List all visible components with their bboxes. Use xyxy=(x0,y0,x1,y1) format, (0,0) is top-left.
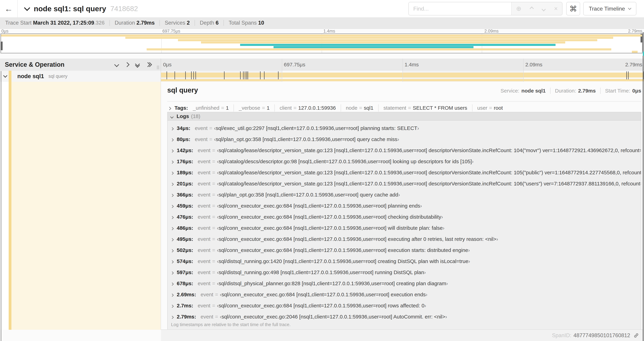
log-row[interactable]: 2.7ms:event=‹sql/conn_executor_exec.go:6… xyxy=(168,300,641,311)
equals-sign: = xyxy=(212,170,215,176)
log-timestamp: 2.69ms: xyxy=(177,292,196,297)
log-key: event xyxy=(198,214,210,220)
service-operation-header: Service & Operation xyxy=(0,59,161,71)
minimap-left-handle[interactable] xyxy=(1,42,2,50)
collapse-all-icon[interactable] xyxy=(136,62,139,67)
log-key: event xyxy=(198,280,210,286)
open-angle-quote: ‹ xyxy=(217,203,219,209)
log-row[interactable]: 34μs:event=‹sql/exec_util.go:2297 [nsql1… xyxy=(168,123,641,134)
equals-sign: = xyxy=(212,225,215,231)
ruler-tick-label: 2.79ms xyxy=(628,29,642,34)
prev-match-button[interactable] xyxy=(530,8,533,10)
minimap-canvas[interactable] xyxy=(0,34,642,53)
log-row[interactable]: 597μs:event=‹sql/distsql_running.go:498 … xyxy=(168,267,641,278)
open-angle-quote: ‹ xyxy=(217,280,219,286)
log-value-text: sql/distsql_physical_planner.go:828 [nsq… xyxy=(219,280,446,286)
expand-all-icon[interactable] xyxy=(146,63,151,66)
tag-item: node=sql1 xyxy=(346,105,374,111)
expand-one-icon[interactable] xyxy=(125,63,129,66)
span-bar-cell[interactable] xyxy=(161,71,644,82)
log-row[interactable]: 142μs:event=‹sql/catalog/lease/descripto… xyxy=(168,145,641,156)
log-row[interactable]: 2.79ms:event=‹sql/conn_executor_exec.go:… xyxy=(168,311,641,322)
log-expander-icon xyxy=(171,125,173,131)
timeline-ruler: 0μs697.75μs1.4ms2.09ms2.79ms xyxy=(161,59,644,71)
log-value: ‹sql/catalog/lease/descriptor_version_st… xyxy=(217,181,641,187)
tag-value: sql1 xyxy=(364,105,374,111)
minimap-span xyxy=(147,48,612,51)
summary-label: Start Time: xyxy=(605,88,630,94)
log-row[interactable]: 476μs:event=‹sql/conn_executor_exec.go:6… xyxy=(168,211,641,222)
span-expander[interactable] xyxy=(4,75,7,78)
deep-link-icon[interactable] xyxy=(633,332,639,338)
log-marker-tick xyxy=(166,71,167,79)
find-box: ⊕ × xyxy=(408,2,562,16)
span-detail-left-gutter xyxy=(0,82,161,330)
back-button[interactable]: ← xyxy=(0,0,18,17)
divider xyxy=(160,20,160,26)
log-row[interactable]: 176μs:event=‹sql/catalog/descs/descripto… xyxy=(168,156,641,167)
log-row[interactable]: 2.69ms:event=‹sql/conn_executor_exec.go:… xyxy=(168,289,641,300)
log-row[interactable]: 486μs:event=‹sql/conn_executor_exec.go:6… xyxy=(168,222,641,234)
log-timestamp: 2.7ms: xyxy=(177,303,193,308)
next-match-button[interactable] xyxy=(542,7,545,11)
log-row[interactable]: 678μs:event=‹sql/distsql_physical_planne… xyxy=(168,278,641,289)
tags-row[interactable]: Tags:_unfinished=1_verbose=1client=127.0… xyxy=(167,104,641,112)
clear-search-button[interactable]: × xyxy=(554,6,558,12)
log-key: event xyxy=(198,247,210,253)
close-angle-quote: › xyxy=(398,192,400,198)
tag-item: client=127.0.0.1:59936 xyxy=(280,105,336,111)
log-key: event xyxy=(195,136,208,142)
chevron-down-icon xyxy=(3,74,7,78)
log-row[interactable]: 574μs:event=‹sql/distsql_running.go:1420… xyxy=(168,256,641,267)
log-timestamp: 502μs: xyxy=(177,247,193,253)
divider xyxy=(550,88,550,94)
log-value: ‹sql/exec_util.go:2297 [nsql1,client=127… xyxy=(214,125,419,131)
ruler-tick-label: 2.09ms xyxy=(526,59,542,71)
log-marker-tick xyxy=(193,71,194,79)
log-row[interactable]: 502μs:event=‹sql/conn_executor_exec.go:6… xyxy=(168,245,641,256)
grid-line xyxy=(282,59,282,71)
log-row[interactable]: 495μs:event=‹sql/conn_executor_exec.go:6… xyxy=(168,234,641,245)
log-value-text: sql/catalog/descs/descriptor.go:98 [nsql… xyxy=(219,159,472,164)
log-row[interactable]: 80μs:event=‹sql/plan_opt.go:358 [nsql1,c… xyxy=(168,134,641,145)
log-key: event xyxy=(198,236,210,242)
keyboard-shortcuts-button[interactable]: ⌘ xyxy=(566,2,580,16)
log-expander-icon xyxy=(171,170,173,176)
locate-icon[interactable]: ⊕ xyxy=(516,6,521,12)
log-marker-tick xyxy=(196,71,196,79)
view-dropdown-label: Trace Timeline xyxy=(589,6,625,12)
log-expander-icon xyxy=(171,292,173,297)
log-timestamp: 366μs: xyxy=(177,192,193,198)
span-id-strip: SpanID: 4877749850101760812 xyxy=(161,329,642,341)
span-detail-highlight xyxy=(12,82,161,330)
open-angle-quote: ‹ xyxy=(217,214,219,220)
divider xyxy=(224,20,224,26)
log-marker-tick xyxy=(628,71,628,79)
log-row[interactable]: 366μs:event=‹sql/plan_opt.go:358 [nsql1,… xyxy=(168,189,641,200)
log-value-text: sql/conn_executor_exec.go:684 [nsql1,cli… xyxy=(219,225,443,231)
span-detail-operation: sql query xyxy=(167,86,198,94)
span-row[interactable]: node sql1 sql query xyxy=(0,71,644,82)
log-row[interactable]: 189μs:event=‹sql/catalog/lease/descripto… xyxy=(168,167,641,178)
find-input[interactable] xyxy=(409,2,511,15)
trace-title-collapse-toggle[interactable] xyxy=(25,6,29,11)
log-row[interactable]: 201μs:event=‹sql/catalog/lease/descripto… xyxy=(168,178,641,189)
equals-sign: = xyxy=(215,292,218,297)
right-scroll-edge[interactable] xyxy=(643,32,644,341)
column-resize-grip[interactable] xyxy=(157,66,159,69)
logs-header[interactable]: Logs (18) xyxy=(168,112,641,121)
open-angle-quote: ‹ xyxy=(217,303,219,308)
log-key: event xyxy=(198,258,210,264)
collapse-one-icon[interactable] xyxy=(115,63,118,66)
log-expander-icon xyxy=(171,225,173,231)
tag-value: SELECT * FROM users xyxy=(413,105,467,111)
span-name-cell[interactable]: node sql1 sql query xyxy=(0,71,161,82)
close-angle-quote: › xyxy=(445,314,447,319)
log-row[interactable]: 459μs:event=‹sql/conn_executor_exec.go:6… xyxy=(168,200,641,211)
trace-info-value: 2 xyxy=(187,20,190,26)
equals-sign: = xyxy=(221,105,224,111)
ruler-tick-label: 1.4ms xyxy=(404,59,419,71)
equals-sign: = xyxy=(212,214,215,220)
view-dropdown-button[interactable]: Trace Timeline xyxy=(583,2,636,16)
log-key: event xyxy=(201,314,213,320)
